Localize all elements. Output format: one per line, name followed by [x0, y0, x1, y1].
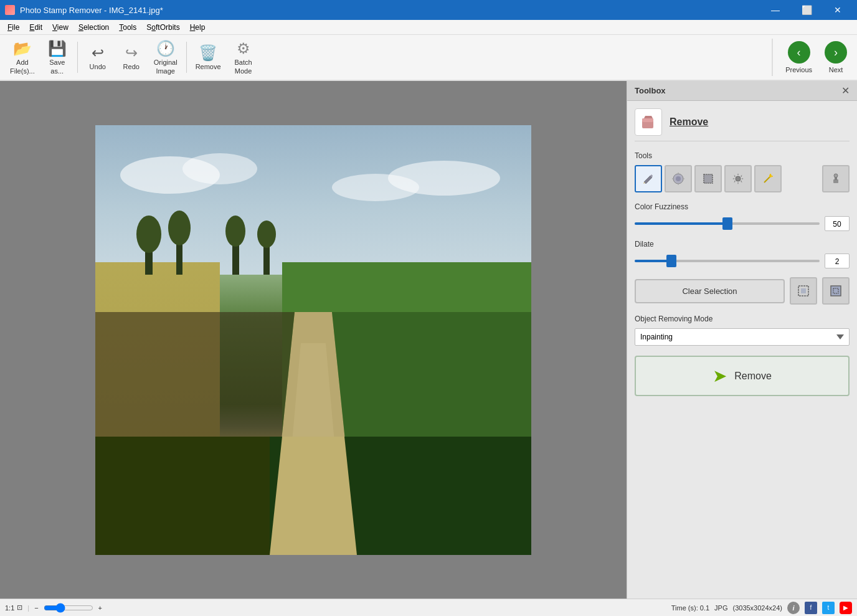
previous-label: Previous [785, 66, 812, 73]
redo-button[interactable]: ↪ Redo [115, 42, 148, 73]
object-removing-mode-select[interactable]: Inpainting Content Aware Fill Clone Stam… [635, 328, 850, 346]
color-fuzziness-value[interactable]: 50 [825, 216, 850, 231]
action-row: Clear Selection [635, 277, 850, 305]
stamp-tool-button[interactable] [822, 165, 850, 192]
menu-softorbits[interactable]: SoftOrbits [141, 22, 184, 33]
remove-section-title: Remove [670, 116, 708, 128]
magic-wand-tool-button[interactable] [665, 165, 692, 192]
invert-selection-button[interactable] [822, 277, 850, 305]
remove-toolbar-label: Remove [196, 63, 221, 70]
next-button[interactable]: › Next [820, 39, 852, 76]
tools-label: Tools [635, 151, 850, 160]
dilate-section: Dilate 2 [635, 240, 850, 268]
svg-point-11 [168, 211, 191, 245]
svg-rect-0 [95, 125, 531, 275]
original-image-button[interactable]: 🕐 Original Image [149, 37, 182, 77]
color-fuzziness-thumb[interactable] [722, 217, 732, 230]
svg-rect-25 [642, 118, 653, 122]
add-files-label2: File(s)... [10, 67, 35, 75]
toolbox-panel: Toolbox ✕ Remove Tools [627, 81, 857, 599]
twitter-icon[interactable]: t [822, 602, 835, 614]
zoom-minus[interactable]: − [34, 604, 38, 612]
svg-point-15 [257, 220, 276, 248]
rect-select-tool-button[interactable] [694, 165, 722, 192]
redo-label: Redo [123, 63, 140, 70]
batch-mode-icon: ⚙ [237, 40, 250, 57]
toolbox-title: Toolbox [635, 86, 666, 95]
save-label: Save [49, 59, 65, 66]
svg-rect-35 [801, 288, 806, 293]
title-bar-text: Photo Stamp Remover - IMG_2141.jpg* [20, 6, 163, 15]
previous-button[interactable]: ‹ Previous [780, 39, 817, 76]
info-icon[interactable]: i [787, 602, 800, 614]
add-files-label: Add [16, 59, 29, 66]
youtube-icon[interactable]: ▶ [840, 602, 852, 614]
menu-tools[interactable]: Tools [114, 22, 141, 33]
separator-2 [186, 42, 187, 73]
dilate-track[interactable] [635, 260, 820, 262]
svg-rect-28 [704, 174, 713, 183]
dilate-label: Dilate [635, 240, 850, 249]
close-button[interactable]: ✕ [823, 0, 852, 20]
menu-bar: File Edit View Selection Tools SoftOrbit… [0, 20, 857, 35]
clear-selection-button[interactable]: Clear Selection [635, 279, 785, 303]
dilate-slider-row: 2 [635, 254, 850, 268]
menu-file[interactable]: File [2, 22, 24, 33]
original-image-icon: 🕐 [156, 40, 175, 57]
zoom-ratio: 1:1 [5, 604, 14, 612]
main-area: Toolbox ✕ Remove Tools [0, 81, 857, 599]
zoom-plus[interactable]: + [98, 604, 102, 612]
remove-button-label: Remove [734, 371, 772, 382]
tools-row [635, 165, 850, 192]
dilate-thumb[interactable] [666, 255, 676, 267]
save-label2: as... [50, 67, 64, 75]
remove-button[interactable]: ➤ Remove [635, 356, 850, 396]
zoom-fit-icon: ⊡ [17, 604, 22, 612]
color-fuzziness-track[interactable] [635, 222, 820, 225]
remove-toolbar-button[interactable]: 🗑️ Remove [191, 42, 226, 73]
canvas-area[interactable] [0, 81, 627, 599]
undo-button[interactable]: ↩ Undo [82, 42, 114, 73]
batch-label2: Mode [235, 67, 252, 75]
save-as-button[interactable]: 💾 Save as... [41, 37, 73, 77]
remove-arrow-icon: ➤ [713, 366, 727, 386]
status-separator-1: | [27, 604, 29, 612]
add-files-button[interactable]: 📂 Add File(s)... [5, 37, 40, 77]
dilate-value[interactable]: 2 [825, 254, 850, 268]
next-label: Next [829, 66, 843, 73]
undo-label: Undo [90, 63, 106, 70]
select-all-button[interactable] [790, 277, 817, 305]
pencil-tool-button[interactable] [635, 165, 662, 192]
status-info: Time (s): 0.1 JPG (3035x3024x24) i f t ▶ [671, 602, 852, 614]
toolbox-header: Toolbox ✕ [627, 81, 857, 101]
batch-mode-button[interactable]: ⚙ Batch Mode [227, 37, 260, 77]
svg-rect-36 [831, 286, 841, 296]
color-fuzziness-section: Color Fuzziness 50 [635, 202, 850, 231]
settings-tool-button[interactable] [724, 165, 752, 192]
toolbox-content: Remove Tools [627, 101, 857, 599]
remove-section-icon [635, 108, 662, 136]
previous-icon: ‹ [788, 41, 810, 64]
svg-point-9 [136, 216, 161, 253]
object-removing-mode-section: Object Removing Mode Inpainting Content … [635, 315, 850, 346]
menu-edit[interactable]: Edit [24, 22, 47, 33]
original-label2: Image [156, 67, 175, 75]
title-bar: Photo Stamp Remover - IMG_2141.jpg* — ⬜ … [0, 0, 857, 20]
svg-rect-22 [357, 437, 531, 555]
facebook-icon[interactable]: f [805, 602, 817, 614]
maximize-button[interactable]: ⬜ [792, 0, 821, 20]
wand-tool-button[interactable] [754, 165, 782, 192]
object-removing-mode-label: Object Removing Mode [635, 315, 850, 323]
canvas-image [95, 125, 531, 555]
menu-help[interactable]: Help [185, 22, 211, 33]
menu-selection[interactable]: Selection [73, 22, 114, 33]
zoom-slider[interactable] [44, 603, 93, 613]
zoom-level: 1:1 ⊡ [5, 604, 22, 612]
color-fuzziness-slider-row: 50 [635, 216, 850, 231]
svg-point-4 [388, 161, 500, 196]
minimize-button[interactable]: — [761, 0, 790, 20]
nav-section: ‹ Previous › Next [772, 39, 852, 76]
menu-view[interactable]: View [47, 22, 73, 33]
toolbox-close-button[interactable]: ✕ [841, 85, 850, 97]
svg-point-2 [182, 153, 257, 184]
